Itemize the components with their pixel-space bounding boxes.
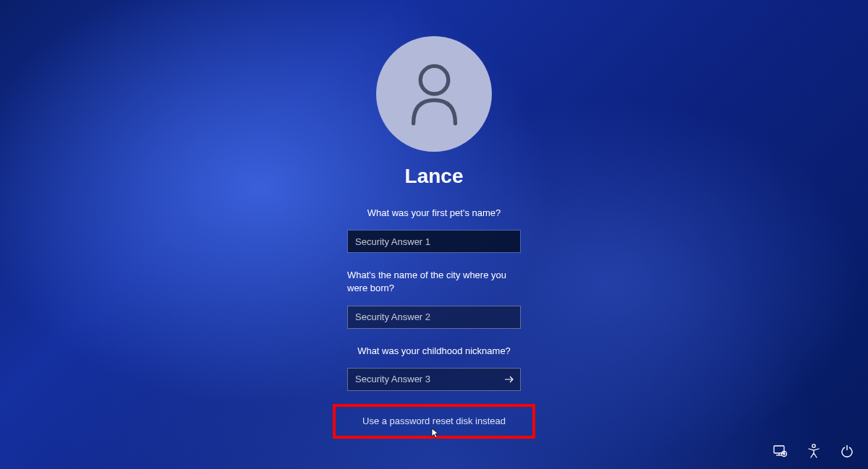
network-button[interactable] <box>773 444 787 457</box>
arrow-right-icon <box>503 373 516 386</box>
security-question-3: What was your childhood nickname? <box>357 345 511 358</box>
submit-arrow-button[interactable] <box>498 368 521 391</box>
bottom-toolbar <box>773 444 854 458</box>
security-answer-2-input[interactable] <box>347 306 521 329</box>
security-question-1: What was your first pet's name? <box>367 207 501 220</box>
security-answer-3-input[interactable] <box>347 368 521 391</box>
person-icon <box>407 61 461 126</box>
svg-point-7 <box>812 444 815 447</box>
login-security-questions-panel: Lance What was your first pet's name? Wh… <box>0 0 868 439</box>
reset-link-highlight-box: Use a password reset disk instead <box>333 404 535 439</box>
password-reset-disk-link[interactable]: Use a password reset disk instead <box>362 416 506 426</box>
accessibility-button[interactable] <box>807 444 820 458</box>
power-icon <box>841 444 854 457</box>
svg-point-0 <box>420 66 448 94</box>
user-avatar <box>376 36 492 152</box>
power-button[interactable] <box>841 444 854 457</box>
accessibility-icon <box>807 444 820 458</box>
security-answer-1-input[interactable] <box>347 230 521 253</box>
cursor-icon <box>428 427 440 442</box>
username-label: Lance <box>405 165 464 188</box>
security-question-2: What's the name of the city where you we… <box>347 269 521 295</box>
network-icon <box>773 444 787 457</box>
